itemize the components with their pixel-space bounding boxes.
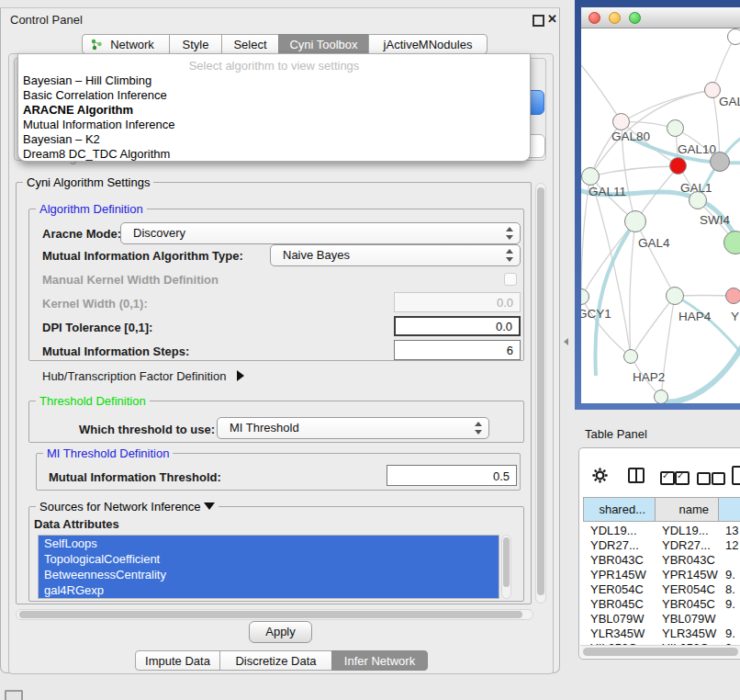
scrollbar-thumb[interactable] [503, 537, 510, 587]
table-panel-title: Table Panel [585, 427, 647, 441]
network-node[interactable] [725, 288, 740, 304]
dpi-tolerance-field[interactable]: 0.0 [394, 316, 521, 336]
network-window-titlebar[interactable] [581, 7, 740, 28]
apply-button[interactable]: Apply [249, 621, 312, 643]
list-item-selected[interactable]: TopologicalCoefficient [39, 551, 499, 567]
tab-style[interactable]: Style [169, 34, 222, 54]
column-header-partial[interactable] [718, 497, 740, 522]
table-cell[interactable]: YLR345W [583, 627, 656, 641]
close-traffic-light-icon[interactable] [589, 12, 600, 24]
expander-down-icon[interactable] [204, 502, 215, 510]
table-cell[interactable]: YDL19... [583, 524, 656, 538]
table-cell[interactable]: YER054C [655, 582, 719, 597]
algorithm-option[interactable]: Bayesian – Hill Climbing [23, 73, 519, 88]
table-cell[interactable]: YBL079W [583, 612, 656, 627]
aracne-mode-select[interactable]: Discovery [120, 222, 521, 244]
tab-infer-network[interactable]: Infer Network [331, 650, 428, 671]
table-cell[interactable]: YDR27... [655, 538, 719, 553]
table-cell[interactable]: YBR045C [655, 597, 719, 612]
table-cell[interactable]: 13 [718, 524, 740, 538]
list-item-selected[interactable]: gal4RGexp [39, 582, 499, 598]
column-header-name[interactable]: name [655, 497, 719, 522]
hub-transcription-expander[interactable]: Hub/Transcription Factor Definition [42, 369, 244, 383]
table-cell[interactable]: YBR043C [583, 553, 656, 568]
column-layout-icon[interactable] [628, 468, 645, 483]
tab-label: Discretize Data [235, 654, 316, 668]
network-node[interactable] [581, 167, 600, 186]
mi-steps-field[interactable]: 6 [394, 340, 521, 360]
tab-jactivemnodules[interactable]: jActiveMNodules [368, 34, 488, 54]
table-cell[interactable]: YPR145W [655, 568, 719, 582]
list-item-selected[interactable]: SelfLoops [39, 536, 499, 551]
network-node[interactable] [667, 119, 684, 137]
algorithm-option-selected[interactable]: ARACNE Algorithm [23, 103, 519, 118]
algorithm-option[interactable]: Basic Correlation Inference [23, 88, 519, 103]
select-all-checks-icon[interactable]: ✓ [675, 471, 690, 485]
which-threshold-select[interactable]: MI Threshold [217, 417, 489, 439]
network-node[interactable] [612, 113, 630, 130]
zoom-traffic-light-icon[interactable] [629, 12, 641, 24]
network-node-selected[interactable] [669, 157, 687, 175]
column-header-shared-name[interactable]: shared... [583, 497, 656, 522]
sources-group-title: Sources for Network Inference [36, 500, 219, 514]
table-cell[interactable]: 12 [718, 538, 740, 553]
unselect-all-checks-icon[interactable] [712, 472, 725, 485]
panel-title: Control Panel [10, 13, 83, 27]
table-cell[interactable]: 9. [718, 597, 740, 612]
mutual-information-threshold-field[interactable]: 0.5 [387, 465, 517, 486]
expander-right-icon[interactable] [237, 370, 244, 381]
panel-splitter-handle[interactable] [560, 338, 568, 345]
unselect-all-checks-icon[interactable] [697, 472, 711, 485]
algorithm-option[interactable]: Bayesian – K2 [23, 132, 519, 147]
table-cell[interactable]: YBL079W [655, 612, 719, 627]
select-all-checks-icon[interactable]: ✓ [660, 471, 675, 485]
table-cell[interactable]: YBR045C [583, 597, 656, 612]
tab-select[interactable]: Select [221, 34, 279, 54]
network-node[interactable] [654, 390, 668, 403]
algorithm-definition-title: Algorithm Definition [36, 202, 147, 216]
table-cell[interactable] [718, 553, 740, 568]
table-cell[interactable]: 9. [718, 627, 740, 641]
algorithm-option[interactable]: Mutual Information Inference [23, 118, 519, 132]
document-icon[interactable] [732, 466, 740, 485]
network-canvas[interactable]: GAL GAL80 GAL10 GAL1 GAL11 SWI4 GAL4 GCY… [581, 28, 740, 403]
table-cell[interactable] [718, 612, 740, 627]
close-icon[interactable]: ✕ [547, 12, 557, 26]
table-cell[interactable]: YBR043C [655, 553, 719, 568]
tab-cyni-toolbox[interactable]: Cyni Toolbox [278, 34, 369, 54]
minimize-traffic-light-icon[interactable] [609, 12, 621, 24]
network-node[interactable] [624, 210, 646, 232]
float-window-icon[interactable] [533, 15, 544, 27]
settings-vertical-scrollbar [535, 183, 546, 604]
tab-discretize-data[interactable]: Discretize Data [219, 650, 332, 671]
network-node[interactable] [689, 191, 707, 209]
network-node[interactable] [666, 287, 684, 305]
table-cell[interactable]: YLR345W [655, 627, 719, 641]
scrollbar-thumb[interactable] [19, 611, 522, 618]
table-cell[interactable]: 9. [718, 568, 740, 582]
table-cell[interactable]: YDL19... [655, 524, 719, 538]
network-icon [91, 39, 103, 51]
scrollbar-thumb[interactable] [583, 648, 738, 656]
mi-algorithm-type-select[interactable]: Naive Bayes [270, 244, 521, 266]
scrollbar-thumb[interactable] [537, 187, 544, 595]
table-cell[interactable]: YPR145W [583, 568, 656, 582]
table-cell[interactable]: YER054C [583, 582, 656, 597]
minimized-panel-icon[interactable] [5, 690, 23, 700]
tab-impute-data[interactable]: Impute Data [135, 650, 220, 671]
network-node[interactable] [727, 28, 740, 45]
tab-network[interactable]: Network [82, 34, 170, 54]
network-node[interactable] [623, 349, 638, 364]
network-node[interactable] [710, 152, 730, 172]
tab-label: jActiveMNodules [384, 38, 473, 51]
threshold-definition-title: Threshold Definition [36, 394, 150, 408]
list-item-selected[interactable]: BetweennessCentrality [39, 567, 499, 582]
table-cell[interactable]: 8. [718, 582, 740, 597]
tab-label: Network [97, 38, 154, 51]
algorithm-option[interactable]: Dream8 DC_TDC Algorithm [23, 147, 519, 162]
table-cell[interactable]: YDR27... [583, 538, 656, 553]
data-attributes-label: Data Attributes [34, 517, 119, 531]
kernel-width-value: 0.0 [497, 296, 513, 310]
gear-icon[interactable] [591, 467, 609, 484]
control-panel-window: Control Panel ✕ Network Style Select Cyn… [0, 7, 560, 673]
